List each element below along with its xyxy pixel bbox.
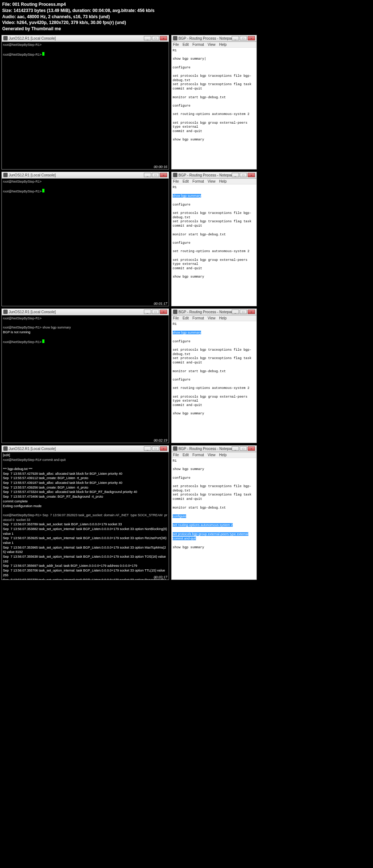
close-button[interactable]: × <box>248 310 255 314</box>
console-title: JunOS12.R1 [Local Console] <box>9 173 144 177</box>
notepad-title: BGP - Routing Process - Notepad <box>178 447 232 451</box>
menu-edit[interactable]: Edit <box>182 43 189 47</box>
console-title: JunOS12.R1 [Local Console] <box>9 36 144 40</box>
close-button[interactable]: × <box>160 173 167 177</box>
minimize-button[interactable]: _ <box>232 173 239 177</box>
menu-help[interactable]: Help <box>219 316 227 320</box>
maximize-button[interactable]: □ <box>152 173 159 177</box>
maximize-button[interactable]: □ <box>240 446 247 451</box>
console-icon <box>3 36 8 40</box>
console-titlebar[interactable]: JunOS12.R1 [Local Console] _ □ × <box>2 172 169 179</box>
console-icon <box>3 173 8 177</box>
close-button[interactable]: × <box>160 310 167 314</box>
minimize-button[interactable]: _ <box>144 36 151 40</box>
menu-format[interactable]: Format <box>192 316 204 320</box>
audio-line: Audio: aac, 48000 Hz, 2 channels, s16, 7… <box>2 14 371 20</box>
terminal-body[interactable]: root@NetStepByStep-R1> root@NetStepBySte… <box>2 315 169 443</box>
console-window: JunOS12.R1 [Local Console] _ □ × root@Ne… <box>1 35 169 170</box>
menu-view[interactable]: View <box>208 316 216 320</box>
menu-view[interactable]: View <box>208 179 216 183</box>
menu-format[interactable]: Format <box>192 179 204 183</box>
maximize-button[interactable]: □ <box>240 310 247 314</box>
menu-help[interactable]: Help <box>219 453 227 457</box>
notepad-titlebar[interactable]: BGP - Routing Process - Notepad _ □ × <box>172 309 256 315</box>
file-line: File: 001 Routing Process.mp4 <box>2 1 371 8</box>
notepad-title: BGP - Routing Process - Notepad <box>178 36 232 40</box>
maximize-button[interactable]: □ <box>152 36 159 40</box>
maximize-button[interactable]: □ <box>152 446 159 451</box>
terminal-body[interactable]: root@NetStepByStep-R1> root@NetStepBySte… <box>2 42 169 169</box>
maximize-button[interactable]: □ <box>152 310 159 314</box>
editor-body[interactable]: R1 show bgp summary configure set protoc… <box>172 184 256 306</box>
menubar: FileEditFormatViewHelp <box>172 452 256 458</box>
menu-format[interactable]: Format <box>192 43 204 47</box>
notepad-icon <box>173 446 177 451</box>
menu-view[interactable]: View <box>208 453 216 457</box>
terminal-cursor <box>42 189 44 192</box>
notepad-titlebar[interactable]: BGP - Routing Process - Notepad _ □ × <box>172 446 256 452</box>
terminal-body[interactable]: [edit] root@NetStepByStep-R1# commit and… <box>2 452 169 580</box>
menubar: FileEditFormatViewHelp <box>172 179 256 184</box>
notepad-titlebar[interactable]: BGP - Routing Process - Notepad _ □ × <box>172 172 256 179</box>
menu-file[interactable]: File <box>173 179 179 183</box>
notepad-icon <box>173 310 177 314</box>
console-icon <box>3 446 8 451</box>
console-title: JunOS12.R1 [Local Console] <box>9 447 144 451</box>
maximize-button[interactable]: □ <box>240 36 247 40</box>
terminal-cursor <box>42 52 44 56</box>
menu-help[interactable]: Help <box>219 179 227 183</box>
menu-edit[interactable]: Edit <box>182 179 189 183</box>
size-line: Size: 14142373 bytes (13.49 MiB), durati… <box>2 8 371 14</box>
close-button[interactable]: × <box>248 36 255 40</box>
console-window: JunOS12.R1 [Local Console] _ □ × root@Ne… <box>1 172 169 306</box>
close-button[interactable]: × <box>160 36 167 40</box>
menu-view[interactable]: View <box>208 43 216 47</box>
minimize-button[interactable]: _ <box>144 173 151 177</box>
minimize-button[interactable]: _ <box>144 310 151 314</box>
notepad-window: BGP - Routing Process - Notepad _ □ × Fi… <box>171 445 257 580</box>
notepad-icon <box>173 173 177 177</box>
minimize-button[interactable]: _ <box>144 446 151 451</box>
thumbnail-grid: JunOS12.R1 [Local Console] _ □ × root@Ne… <box>0 33 373 581</box>
frame-timestamp: 00:01:17 <box>154 302 167 306</box>
minimize-button[interactable]: _ <box>232 36 239 40</box>
menu-format[interactable]: Format <box>192 453 204 457</box>
console-window: JunOS12.R1 [Local Console] _ □ × [edit] … <box>1 445 169 580</box>
terminal-body[interactable]: root@NetStepByStep-R1> root@NetStepBySte… <box>2 179 169 306</box>
menu-help[interactable]: Help <box>219 43 227 47</box>
editor-body[interactable]: R1 show bgp summary configure set protoc… <box>172 458 256 580</box>
editor-body[interactable]: R1 show bgp summary| configure set proto… <box>172 48 256 169</box>
close-button[interactable]: × <box>160 446 167 451</box>
console-icon <box>3 310 8 314</box>
notepad-window: BGP - Routing Process - Notepad _ □ × Fi… <box>171 308 257 443</box>
frame-timestamp: 00:03:17 <box>154 575 167 579</box>
close-button[interactable]: × <box>248 173 255 177</box>
terminal-cursor <box>42 339 44 343</box>
menu-file[interactable]: File <box>173 453 179 457</box>
notepad-titlebar[interactable]: BGP - Routing Process - Notepad _ □ × <box>172 35 256 42</box>
menu-edit[interactable]: Edit <box>182 453 189 457</box>
file-info-header: File: 001 Routing Process.mp4 Size: 1414… <box>0 0 373 33</box>
minimize-button[interactable]: _ <box>232 310 239 314</box>
menu-edit[interactable]: Edit <box>182 316 189 320</box>
notepad-title: BGP - Routing Process - Notepad <box>178 173 232 177</box>
minimize-button[interactable]: _ <box>232 446 239 451</box>
close-button[interactable]: × <box>248 446 255 451</box>
frame-timestamp: 00:02:19 <box>154 438 167 442</box>
console-window: JunOS12.R1 [Local Console] _ □ × root@Ne… <box>1 308 169 443</box>
video-line: Video: h264, yuv420p, 1280x720, 379 kb/s… <box>2 20 371 26</box>
menubar: FileEditFormatViewHelp <box>172 315 256 321</box>
menu-file[interactable]: File <box>173 316 179 320</box>
notepad-icon <box>173 36 177 40</box>
notepad-window: BGP - Routing Process - Notepad _ □ × Fi… <box>171 35 257 170</box>
generator-line: Generated by Thumbnail me <box>2 26 371 32</box>
menu-file[interactable]: File <box>173 43 179 47</box>
notepad-window: BGP - Routing Process - Notepad _ □ × Fi… <box>171 172 257 306</box>
notepad-title: BGP - Routing Process - Notepad <box>178 310 232 314</box>
editor-body[interactable]: R1 show bgp summary configure set protoc… <box>172 321 256 443</box>
console-titlebar[interactable]: JunOS12.R1 [Local Console] _ □ × <box>2 446 169 452</box>
console-titlebar[interactable]: JunOS12.R1 [Local Console] _ □ × <box>2 35 169 42</box>
maximize-button[interactable]: □ <box>240 173 247 177</box>
console-titlebar[interactable]: JunOS12.R1 [Local Console] _ □ × <box>2 309 169 315</box>
menubar: FileEditFormatViewHelp <box>172 42 256 48</box>
